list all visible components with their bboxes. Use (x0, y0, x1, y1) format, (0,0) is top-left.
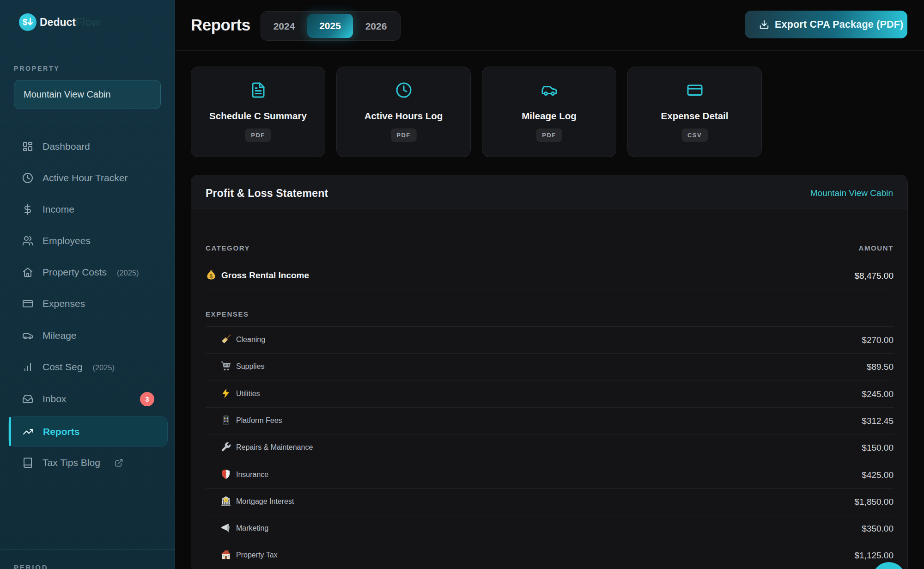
svg-text:$: $ (210, 273, 213, 280)
svg-text:$: $ (225, 498, 227, 502)
